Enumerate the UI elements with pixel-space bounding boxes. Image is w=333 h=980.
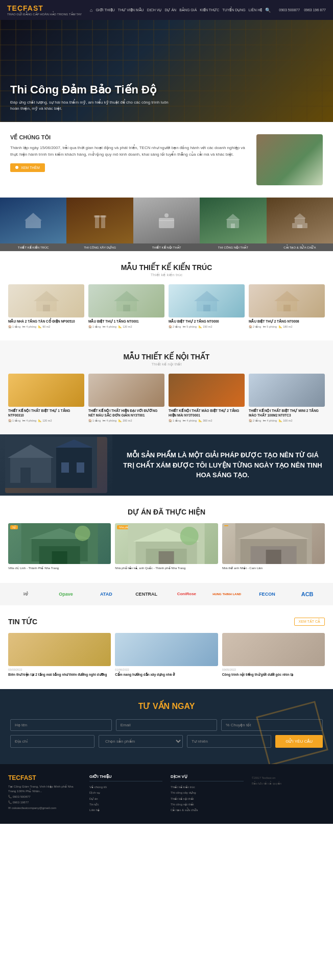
arch-card-meta-4: 🏠 2 tầng 🛏 5 phòng 📐 180 m2 <box>249 325 325 328</box>
news-date-2: 01/06/2022 <box>115 668 218 671</box>
service-construction[interactable]: THI CÔNG XÂY DỰNG <box>66 198 133 251</box>
int-card-3[interactable]: THIẾT KẾ NỘI THẤT MÀO BIỆT THỰ 2 TẦNG HI… <box>169 374 245 422</box>
svg-marker-9 <box>226 214 240 220</box>
int-card-img-1 <box>8 374 84 407</box>
int-card-img-2 <box>88 374 164 407</box>
arch-card-3[interactable]: MẪU BIỆT THỰ 2 TẦNG NT0000 🏠 2 tầng 🛏 5 … <box>169 284 245 328</box>
interior-subtitle: Thiết kế nội thất <box>8 362 325 366</box>
svg-point-7 <box>164 213 169 217</box>
svg-marker-1 <box>25 213 42 220</box>
footer-email: ✉ cskstecfastcompany@gmail.com <box>8 805 81 811</box>
nav-services[interactable]: DỊCH VỤ <box>147 8 162 12</box>
svg-rect-12 <box>295 218 305 223</box>
project-card-3[interactable]: Nhà thờ anh Nhật - Cam Lâm <box>222 523 325 570</box>
contact-name-input[interactable] <box>10 719 112 731</box>
footer-phone2: 📞 0963 19877 <box>8 800 81 805</box>
footer-svc-link-5[interactable]: Cải tạo & sửa chữa <box>171 807 244 813</box>
footer-link-2[interactable]: Dịch vụ <box>89 790 162 796</box>
news-card-3[interactable]: 03/05/2022 Công trình nội tiếng thứ giới… <box>222 633 325 677</box>
phone2: 0963 196 877 <box>304 8 326 12</box>
footer-copyright-col: ©2017 Tecfast.vn Bảo lưu tất cả quyền <box>252 774 325 814</box>
arch-card-title-2: MẪU BIỆT THỰ 1 TẦNG NT0001 <box>88 320 164 324</box>
nav-intro[interactable]: GIỚI THIỆU <box>96 8 114 12</box>
partners-section: 1tỷ Opave ATAD CENTRAL ConiRose HUNG THI… <box>0 583 333 605</box>
footer-link-3[interactable]: Dự án <box>89 796 162 802</box>
arch-card-4[interactable]: MẪU BIỆT THỰ 2 TẦNG NT0008 🏠 2 tầng 🛏 5 … <box>249 284 325 328</box>
news-card-2[interactable]: 01/06/2022 Cẩm nang hướng dẫn xây dựng n… <box>115 633 218 677</box>
about-section: VỀ CHÚNG TÔI Thành lập ngày 15/06/2007, … <box>0 122 333 198</box>
arch-card-meta-3: 🏠 2 tầng 🛏 5 phòng 📐 150 m2 <box>169 325 245 328</box>
int-card-meta-3: 🏠 1 tầng 🛏 4 phòng 📐 300 m2 <box>169 419 245 422</box>
about-tag: VỀ CHÚNG TÔI <box>10 134 246 141</box>
int-card-meta-2: 🏠 1 tầng 🛏 4 phòng 📐 200 m2 <box>88 419 164 422</box>
svg-rect-33 <box>61 462 69 473</box>
project-card-1[interactable]: 1tỷ Villa chị Linh - Thành Phố Nha Trang <box>8 523 111 570</box>
nav-recruitment[interactable]: TUYỂN DỤNG <box>222 8 246 12</box>
hero-title: Thi Công Đảm Bảo Tiến Độ <box>10 83 174 96</box>
svg-marker-24 <box>274 291 300 301</box>
news-card-1[interactable]: 03/03/2022 Biên thư hiện tại 2 tầng mái … <box>8 633 111 677</box>
project-title-1: Villa chị Linh - Thành Phố Nha Trang <box>8 566 111 570</box>
arch-card-img-4 <box>249 284 325 317</box>
news-title-2: Cẩm nang hướng dẫn xây dựng nhà ở <box>115 672 218 677</box>
service-interior-construction[interactable]: THI CÔNG NỘI THẤT <box>200 198 266 251</box>
service-interior-design[interactable]: THIẾT KẾ NỘI THẤT <box>133 198 200 251</box>
nav-gallery[interactable]: THƯ VIỆN MẪU <box>118 8 144 12</box>
projects-title: DỰ ÁN ĐÃ THỰC HIỆN <box>8 508 325 516</box>
service-label-3: THIẾT KẾ NỘI THẤT <box>133 243 200 251</box>
footer-svc-link-4[interactable]: Thi công nội thất <box>171 802 244 807</box>
contact-email-input[interactable] <box>116 719 218 731</box>
partner-hungthinh: HUNG THINH LAND <box>209 593 245 596</box>
footer-address: Tại Công Giám Trang, Vinh Hiệp Minh phố … <box>8 785 81 794</box>
partner-fecon: FECON <box>250 592 285 597</box>
email-icon: ✉ <box>8 806 12 810</box>
footer-svc-link-1[interactable]: Thiết kế kiến trúc <box>171 785 244 790</box>
contact-budget-input[interactable] <box>187 735 271 748</box>
svg-rect-51 <box>266 550 281 564</box>
footer-copyright: ©2017 Tecfast.vn <box>252 776 325 779</box>
arch-card-img-2 <box>88 284 164 317</box>
footer-link-1[interactable]: Về chúng tôi <box>89 785 162 790</box>
arch-card-2[interactable]: MẪU BIỆT THỰ 1 TẦNG NT0001 🏠 1 tầng 🛏 4 … <box>88 284 164 328</box>
footer: TECFAST Tại Công Giám Trang, Vinh Hiệp M… <box>0 764 333 824</box>
news-header: TIN TỨC XEM TẤT CẢ <box>8 618 325 626</box>
project-card-2[interactable]: Nhà phố Nhà phố liền kề, anh Quốc - Thàn… <box>115 523 218 570</box>
architecture-title: MẪU THIẾT KẾ KIẾN TRÚC <box>8 263 325 272</box>
nav-price[interactable]: BẢNG GIÁ <box>179 8 197 12</box>
nav-knowledge[interactable]: KIẾN THỨC <box>200 8 219 12</box>
partner-central: CENTRAL <box>129 592 164 597</box>
int-card-img-4 <box>249 374 325 407</box>
service-architecture[interactable]: THIẾT KẾ KIẾN TRÚC <box>0 198 66 251</box>
nav-contact[interactable]: LIÊN HỆ <box>249 8 263 12</box>
news-more-btn[interactable]: XEM TẤT CẢ <box>294 618 325 626</box>
home-icon[interactable]: ⌂ <box>90 8 92 13</box>
contact-product-select[interactable]: Chọn sản phẩm <box>99 735 183 748</box>
footer-svc-link-2[interactable]: Thi công xây dựng <box>171 790 244 796</box>
news-date-1: 03/03/2022 <box>8 668 111 671</box>
nav-projects[interactable]: DỰ ÁN <box>164 8 176 12</box>
svg-rect-45 <box>159 551 174 564</box>
service-label-5: CẢI TẠO & SỬA CHỮA <box>267 243 333 251</box>
about-btn[interactable]: XEM THÊM <box>10 163 45 172</box>
int-card-title-2: THIẾT KẾ NỘI THẤT HIỆN ĐẠI VỚI ĐƯỜNG NÉT… <box>88 409 164 418</box>
footer-svc-link-3[interactable]: Thiết kế nội thất <box>171 796 244 802</box>
svg-marker-13 <box>294 213 306 218</box>
arch-card-img-3 <box>169 284 245 317</box>
service-renovation[interactable]: CẢI TẠO & SỬA CHỮA <box>267 198 333 251</box>
contact-address-input[interactable] <box>10 735 94 748</box>
int-card-1[interactable]: THIẾT KẾ NỘI THẤT BIỆT THỰ 1 TẦNG NTF003… <box>8 374 84 422</box>
architecture-subtitle: Thiết kế kiến trúc <box>8 273 325 277</box>
footer-rights: Bảo lưu tất cả quyền <box>252 781 325 785</box>
int-card-2[interactable]: THIẾT KẾ NỘI THẤT HIỆN ĐẠI VỚI ĐƯỜNG NÉT… <box>88 374 164 422</box>
int-card-meta-1: 🏠 1 tầng 🛏 4 phòng 📐 120 m2 <box>8 419 84 422</box>
arch-card-1[interactable]: MẪU NHÀ 2 TẦNG TÂN CỔ ĐIỆN NP00510 🏠 1 t… <box>8 284 84 328</box>
arch-card-title-1: MẪU NHÀ 2 TẦNG TÂN CỔ ĐIỆN NP00510 <box>8 320 84 324</box>
footer-phone1: 📞 0903 500877 <box>8 794 81 800</box>
footer-link-5[interactable]: Liên hệ <box>89 807 162 813</box>
news-img-1 <box>8 633 111 666</box>
project-img-1: 1tỷ <box>8 523 111 564</box>
search-icon[interactable]: 🔍 <box>265 8 271 13</box>
int-card-4[interactable]: THIẾT KẾ NỘI THẤT BIỆT THỰ MINI 2 TẦNG M… <box>249 374 325 422</box>
footer-link-4[interactable]: Tin tức <box>89 802 162 807</box>
svg-point-46 <box>180 527 199 545</box>
